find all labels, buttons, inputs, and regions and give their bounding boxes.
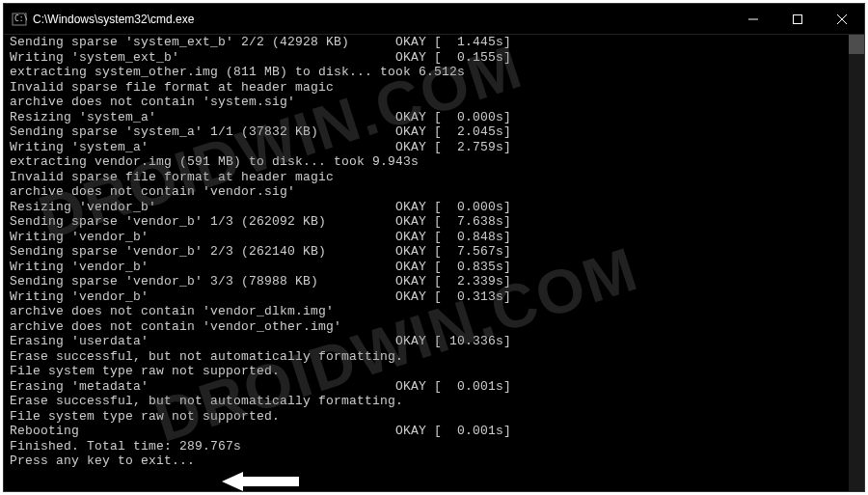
window-controls xyxy=(731,4,864,34)
titlebar[interactable]: C:\ C:\Windows\system32\cmd.exe xyxy=(4,4,864,35)
window-title: C:\Windows\system32\cmd.exe xyxy=(33,13,731,26)
minimize-button[interactable] xyxy=(731,4,775,34)
svg-text:C:\: C:\ xyxy=(14,14,27,23)
cmd-window: C:\ C:\Windows\system32\cmd.exe Sending … xyxy=(3,3,865,492)
maximize-button[interactable] xyxy=(775,4,820,34)
scrollbar-thumb[interactable] xyxy=(849,35,864,54)
console-content[interactable]: Sending sparse 'system_ext_b' 2/2 (42928… xyxy=(4,35,864,491)
scrollbar[interactable] xyxy=(849,35,864,491)
console-output: Sending sparse 'system_ext_b' 2/2 (42928… xyxy=(4,35,864,469)
cmd-icon: C:\ xyxy=(12,12,27,27)
close-button[interactable] xyxy=(820,4,864,34)
svg-rect-3 xyxy=(794,14,802,23)
